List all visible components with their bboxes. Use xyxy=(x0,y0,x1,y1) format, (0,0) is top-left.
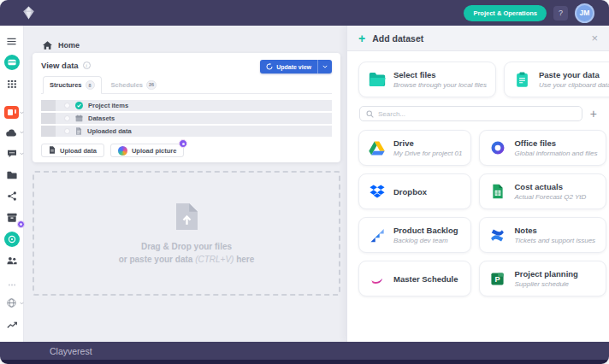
dataset-card-master-schedule[interactable]: Master Schedule xyxy=(358,261,471,296)
dataset-card-cost-actuals[interactable]: Cost actualsActual Forecast Q2 YtD xyxy=(479,173,606,209)
dataset-card-select-files[interactable]: Select filesBrowse through your local fi… xyxy=(358,62,496,97)
update-view-button[interactable]: Update view xyxy=(260,60,332,73)
tab-count-badge: 8 xyxy=(86,80,95,90)
refresh-icon xyxy=(266,63,273,71)
datasets-circle-icon xyxy=(4,55,20,70)
dataset-card-project-planning[interactable]: P Project planningSupplier schedule xyxy=(479,261,606,296)
dataset-card-drive[interactable]: DriveMy Drive for project 01 xyxy=(358,130,471,166)
table-grid-icon xyxy=(8,76,16,91)
chevron-down-icon xyxy=(20,302,24,305)
app-window: Project & Operations ? JM xyxy=(0,0,609,364)
folder-icon xyxy=(7,167,17,183)
sidebar-item-menu[interactable] xyxy=(0,33,24,49)
file-dropzone[interactable]: Drag & Drop your files or paste your dat… xyxy=(33,171,340,296)
drag-handle[interactable] xyxy=(41,126,56,137)
sidebar-item-archive[interactable] xyxy=(0,210,24,226)
app-logo-gem-icon xyxy=(22,6,35,20)
dataset-card-notes[interactable]: NotesTickets and support issues xyxy=(479,217,606,253)
view-data-title: View data xyxy=(41,61,79,70)
pink-swoosh-icon xyxy=(368,270,386,288)
tab-structures[interactable]: Structures 8 xyxy=(43,76,102,94)
card-title: Office files xyxy=(514,138,597,148)
sidebar-item-files[interactable] xyxy=(0,167,24,183)
cloud-icon xyxy=(6,125,17,140)
drag-handle[interactable] xyxy=(41,100,56,111)
sidebar-item-team[interactable] xyxy=(0,253,24,268)
spreadsheet-green-icon xyxy=(488,183,506,201)
upload-picture-button[interactable]: Upload picture xyxy=(110,144,185,157)
structure-rows: Project items Datasets Uploaded data xyxy=(41,100,332,137)
more-dots-icon xyxy=(9,274,15,290)
update-view-dropdown[interactable] xyxy=(317,60,332,73)
target-circle-icon xyxy=(4,232,20,247)
card-title: Drive xyxy=(393,138,462,148)
dataset-card-dropbox[interactable]: Dropbox xyxy=(358,173,471,209)
sidebar-item-datasets[interactable] xyxy=(0,55,24,70)
plus-icon: + xyxy=(358,32,365,44)
chevron-down-icon xyxy=(20,131,24,134)
row-label: Uploaded data xyxy=(87,127,132,135)
view-data-card: View data i Update view Structures 8 Sch… xyxy=(33,53,340,162)
confluence-icon xyxy=(488,226,506,244)
avatar[interactable]: JM xyxy=(575,3,594,23)
row-radio[interactable] xyxy=(64,103,70,109)
brand-name: Clayverest xyxy=(50,346,92,356)
sidebar-item-trends[interactable] xyxy=(0,317,24,332)
picture-color-icon xyxy=(118,146,127,156)
sidebar-more-dots[interactable] xyxy=(0,274,24,290)
row-project-items[interactable]: Project items xyxy=(41,100,332,111)
dataset-card-office-files[interactable]: Office filesGlobal information and files xyxy=(479,130,606,166)
page-title[interactable]: Home xyxy=(58,41,80,50)
ctrl-v-shortcut: (CTRL+V) xyxy=(195,255,234,264)
tab-count-badge: 26 xyxy=(146,80,157,90)
ms-project-icon: P xyxy=(488,270,506,288)
jira-arrows-icon xyxy=(368,226,386,244)
tab-schedules[interactable]: Schedules 26 xyxy=(105,76,163,93)
card-subtitle: Use your clipboard data ! xyxy=(539,81,609,89)
sidebar-item-table[interactable] xyxy=(0,76,24,91)
row-label: Project items xyxy=(88,102,128,109)
card-title: Dropbox xyxy=(393,187,427,197)
dataset-search xyxy=(359,106,582,121)
support-chat-icon xyxy=(7,146,17,161)
upload-data-label: Upload data xyxy=(60,147,97,155)
sidebar-item-support[interactable] xyxy=(0,146,24,161)
office-ring-icon xyxy=(488,139,506,157)
chevron-down-icon xyxy=(20,152,24,156)
sidebar-item-kanban-selected[interactable] xyxy=(0,106,24,119)
dataset-card-paste-data[interactable]: Paste your dataUse your clipboard data ! xyxy=(504,62,609,97)
card-title: Product Backlog xyxy=(393,226,458,235)
sidebar-item-cloud[interactable] xyxy=(0,125,24,140)
trend-line-icon xyxy=(7,317,17,332)
card-title: Notes xyxy=(514,226,595,235)
file-upload-icon xyxy=(49,146,56,156)
globe-icon xyxy=(7,296,16,311)
sidebar-item-target[interactable] xyxy=(0,232,24,247)
card-title: Paste your data xyxy=(539,70,609,79)
search-input[interactable] xyxy=(378,110,576,118)
close-icon[interactable]: × xyxy=(591,32,598,44)
card-subtitle: Actual Forecast Q2 YtD xyxy=(514,193,586,201)
bottom-strip xyxy=(0,360,609,364)
row-uploaded-data[interactable]: Uploaded data xyxy=(41,126,332,137)
add-dataset-panel: + Add dataset × Select filesBrowse throu… xyxy=(346,26,609,342)
dropbox-icon xyxy=(368,183,386,201)
drag-handle[interactable] xyxy=(41,113,56,124)
add-source-button[interactable]: + xyxy=(590,108,597,120)
row-radio[interactable] xyxy=(64,115,70,121)
info-icon[interactable]: i xyxy=(83,62,91,69)
sidebar-item-globe[interactable] xyxy=(0,296,24,311)
row-datasets[interactable]: Datasets xyxy=(41,113,332,124)
view-data-tabs: Structures 8 Schedules 26 xyxy=(41,76,332,94)
dataset-card-product-backlog[interactable]: Product BacklogBacklog dev team xyxy=(358,217,471,253)
card-subtitle: Browse through your local files xyxy=(393,81,487,89)
dropzone-line1: Drag & Drop your files xyxy=(141,242,232,251)
upload-picture-label: Upload picture xyxy=(132,147,177,155)
workspace-button[interactable]: Project & Operations xyxy=(464,5,547,21)
help-button[interactable]: ? xyxy=(553,6,568,21)
upload-data-button[interactable]: Upload data xyxy=(41,144,104,157)
sidebar-item-share[interactable] xyxy=(0,189,24,204)
menu-icon xyxy=(7,33,16,49)
row-radio[interactable] xyxy=(64,128,70,134)
calendar-icon xyxy=(75,114,83,122)
